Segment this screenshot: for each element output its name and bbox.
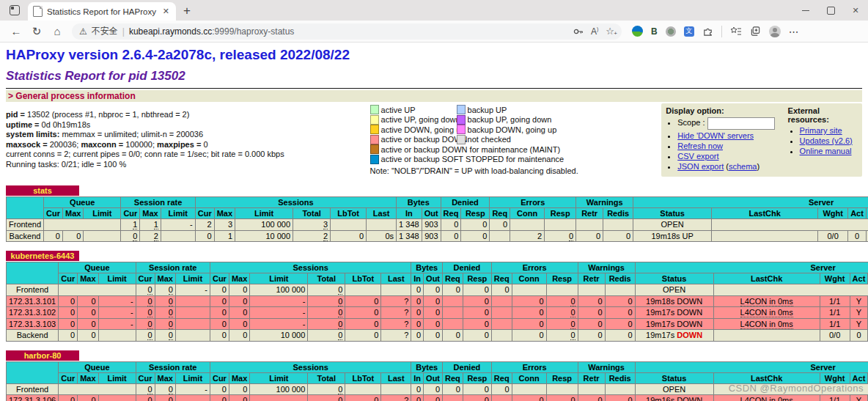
legend-label: active UP	[381, 106, 416, 114]
bitwarden-extension-icon[interactable]: B	[651, 26, 658, 37]
proxy-name-tab[interactable]: stats	[6, 185, 79, 196]
cell-d_req	[443, 318, 463, 330]
cell-q_max: 0	[78, 307, 98, 319]
column-header-w_retr: Retr	[576, 208, 603, 219]
column-header-s_last: Last	[381, 273, 411, 284]
legend-label: active UP, going down	[381, 115, 460, 124]
cell-s_lim: -	[250, 307, 308, 319]
proxy-name-tab[interactable]: kubernetes-6443	[6, 251, 79, 261]
divider	[6, 88, 862, 89]
column-header-lastchk: LastChk	[712, 208, 818, 219]
cell-act: 0	[848, 230, 867, 242]
column-group-warnings: Warnings	[578, 262, 635, 273]
process-info-line: pid = 13502 (process #1, nbproc = 1, nbt…	[6, 110, 370, 120]
cell-w_redis	[605, 284, 635, 296]
cell-s_lim: -	[250, 295, 308, 307]
column-header-r_lim: Limit	[175, 273, 210, 284]
tab-close-icon[interactable]: ✕	[161, 7, 171, 16]
cell-s_last: 0s	[367, 230, 397, 242]
cell-e_req	[491, 330, 512, 342]
minimize-button[interactable]	[793, 1, 818, 20]
cell-s_lim: -	[250, 395, 308, 401]
cell-s_lbtot: 0	[345, 330, 381, 342]
translate-extension-icon[interactable]: 文	[684, 26, 694, 37]
column-header-s_lim: Limit	[250, 372, 308, 383]
refresh-icon[interactable]: ↻	[28, 25, 45, 38]
cell-queue-empty	[44, 219, 121, 231]
tab-actions-icon[interactable]	[7, 3, 22, 18]
read-aloud-icon[interactable]: A)	[591, 26, 598, 37]
cell-q_max: 0	[78, 295, 98, 307]
cell-lastchk	[712, 230, 818, 242]
column-header-s_lbtot: LbTot	[331, 208, 367, 219]
refresh-now-link[interactable]: Refresh now	[677, 141, 723, 150]
cell-d_resp: 0	[463, 383, 491, 395]
cell-b_out: 0	[424, 383, 443, 395]
back-icon[interactable]: ←	[7, 25, 25, 37]
legend-swatch	[457, 115, 466, 125]
column-header-q_cur: Cur	[59, 273, 78, 284]
cell-s_cur: 0	[210, 307, 229, 319]
scope-input[interactable]	[707, 117, 775, 130]
settings-ellipsis-icon[interactable]: ⋯	[789, 26, 800, 37]
row-label: Frontend	[7, 383, 59, 395]
favorites-bar-icon[interactable]	[730, 26, 742, 37]
column-header-lastchk: LastChk	[713, 273, 820, 284]
updates-v2-6--link[interactable]: Updates (v2.6)	[800, 136, 853, 145]
schema-link[interactable]: schema	[729, 162, 757, 171]
row-label: 172.31.3.103	[7, 318, 59, 330]
maximize-button[interactable]	[818, 1, 843, 20]
cell-b_out: 903	[422, 230, 441, 242]
home-icon[interactable]: ⌂	[48, 25, 66, 37]
cell-act: Y	[850, 295, 868, 307]
primary-site-link[interactable]: Primary site	[800, 126, 842, 135]
cell-q_max: 0	[78, 395, 98, 401]
cell-w_redis: 0	[605, 295, 635, 307]
cell-s_cur: 0	[210, 330, 229, 342]
cell-e_resp	[546, 284, 578, 296]
address-bar[interactable]: ⚠ 不安全 | kubeapi.raymonds.cc:9999/haproxy…	[72, 23, 622, 40]
idm-extension-icon[interactable]	[632, 26, 643, 37]
column-group-errors: Errors	[490, 197, 576, 208]
column-header-s_tot: Total	[308, 273, 345, 284]
table-row-frontend: Frontend11-23100 00031 348903000OPEN	[7, 219, 868, 231]
json-export-link[interactable]: JSON export	[677, 162, 724, 171]
hide-down-servers-link[interactable]: Hide 'DOWN' servers	[677, 131, 754, 140]
profile-avatar[interactable]	[769, 26, 781, 37]
cell-s_last	[367, 219, 397, 231]
column-header-q_max: Max	[78, 372, 98, 383]
column-header-b_out: Out	[422, 208, 441, 219]
collections-icon[interactable]	[750, 26, 761, 37]
cell-s_lbtot	[345, 383, 381, 395]
new-tab-button[interactable]: +	[183, 4, 191, 17]
cell-s_lim: 100 000	[235, 219, 293, 231]
legend-item: backup DOWN, going up	[457, 125, 662, 135]
proxy-name-tab[interactable]: harbor-80	[6, 350, 79, 361]
cell-r_cur: 0	[121, 230, 140, 242]
cell-s_last: ?	[381, 295, 411, 307]
browser-tab[interactable]: Statistics Report for HAProxy ✕	[28, 2, 176, 21]
cell-b_in: 1 348	[397, 219, 422, 231]
column-group-session-rate: Session rate	[136, 361, 210, 372]
column-header-e_req: Req	[490, 208, 510, 219]
favorite-star-icon[interactable]: ☆+	[606, 26, 614, 37]
extension-circle-icon[interactable]	[666, 26, 676, 37]
security-label[interactable]: 不安全	[92, 25, 118, 37]
password-key-icon[interactable]	[573, 26, 584, 37]
cell-q_max: 0	[62, 230, 83, 242]
cell-status: 19m18s UP	[633, 230, 712, 242]
extensions-puzzle-icon[interactable]	[702, 26, 713, 37]
legend-label: backup DOWN, going up	[468, 125, 557, 134]
cell-r_lim	[175, 395, 210, 401]
cell-s_lbtot: 0	[345, 395, 381, 401]
cell-q_cur: 0	[59, 295, 78, 307]
cell-e_conn	[512, 284, 546, 296]
cell-d_req	[443, 395, 463, 401]
column-header-w_redis: Redis	[603, 208, 633, 219]
legend-swatch	[457, 135, 466, 144]
cell-s_lbtot	[331, 219, 367, 231]
online-manual-link[interactable]: Online manual	[800, 147, 852, 155]
close-window-button[interactable]: ✕	[843, 1, 868, 20]
url-text[interactable]: kubeapi.raymonds.cc:9999/haproxy-status	[129, 26, 294, 37]
csv-export-link[interactable]: CSV export	[677, 152, 718, 161]
